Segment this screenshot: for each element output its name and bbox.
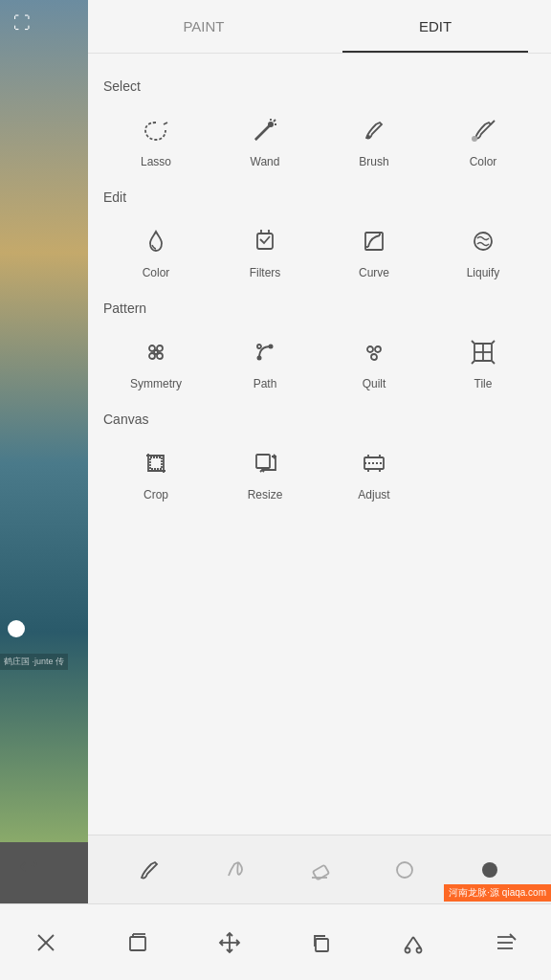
svg-line-57 — [413, 937, 421, 948]
tab-paint[interactable]: PAINT — [88, 0, 320, 53]
resize-label: Resize — [248, 488, 283, 501]
more-nav-icon[interactable] — [481, 919, 529, 967]
tab-edit[interactable]: EDIT — [320, 0, 551, 53]
section-label-pattern: Pattern — [103, 301, 536, 316]
tool-filters[interactable]: Filters — [212, 212, 318, 287]
section-label-canvas: Canvas — [103, 412, 536, 427]
tool-path[interactable]: Path — [212, 323, 318, 398]
tool-wand[interactable]: Wand — [212, 101, 318, 176]
move-nav-icon[interactable] — [206, 919, 253, 967]
tile-label: Tile — [474, 377, 493, 390]
pattern-tools-grid: Symmetry Path — [103, 323, 536, 398]
tool-crop[interactable]: Crop — [103, 434, 209, 509]
curve-icon — [355, 222, 393, 260]
crop-label: Crop — [143, 488, 168, 501]
tool-color-edit[interactable]: Color — [103, 212, 209, 287]
svg-line-8 — [491, 121, 495, 124]
resize-icon — [246, 444, 284, 482]
canvas-background: ⛶ 鹤庄国 ·junte 传 — [0, 0, 88, 842]
cut-nav-icon[interactable] — [389, 919, 437, 967]
tab-bar: PAINT EDIT — [88, 0, 551, 54]
svg-point-26 — [375, 346, 381, 352]
svg-point-27 — [371, 354, 377, 360]
svg-line-34 — [492, 361, 495, 364]
adjust-icon — [355, 444, 393, 482]
quilt-label: Quilt — [363, 377, 386, 390]
svg-point-7 — [366, 135, 370, 139]
symmetry-icon — [137, 333, 175, 371]
eraser-tool-icon[interactable] — [300, 851, 339, 889]
crop-icon — [137, 444, 175, 482]
svg-line-56 — [406, 937, 413, 948]
tool-adjust[interactable]: Adjust — [321, 434, 427, 509]
liquify-icon — [464, 222, 502, 260]
filters-icon — [246, 222, 284, 260]
svg-line-31 — [472, 341, 474, 344]
svg-line-3 — [274, 120, 276, 122]
svg-line-6 — [255, 124, 271, 140]
brush-select-label: Brush — [359, 155, 388, 168]
tile-icon — [464, 333, 502, 371]
undo-button[interactable]: ↩ — [19, 853, 38, 880]
svg-point-47 — [482, 862, 497, 878]
svg-rect-35 — [150, 457, 162, 469]
tool-lasso[interactable]: Lasso — [103, 101, 209, 176]
close-nav-icon[interactable] — [22, 919, 70, 967]
copy-nav-icon[interactable] — [298, 919, 345, 967]
wand-icon — [246, 111, 284, 149]
svg-point-9 — [472, 136, 477, 142]
liquify-label: Liquify — [467, 266, 500, 279]
bottom-navigation — [0, 903, 551, 980]
canvas-watermark: 鹤庄国 ·junte 传 — [0, 654, 68, 670]
dot-tool-icon[interactable] — [471, 851, 509, 889]
fill-tool-icon[interactable] — [215, 851, 253, 889]
symmetry-label: Symmetry — [130, 377, 182, 390]
tool-quilt[interactable]: Quilt — [321, 323, 427, 398]
color-select-label: Color — [470, 155, 497, 168]
path-icon — [246, 333, 284, 371]
edit-tools-grid: Color Filters — [103, 212, 536, 287]
svg-point-58 — [406, 947, 410, 952]
color-edit-label: Color — [143, 266, 170, 279]
tool-symmetry[interactable]: Symmetry — [103, 323, 209, 398]
canvas-tools-grid: Crop Resize — [103, 434, 536, 509]
svg-point-24 — [257, 345, 261, 348]
tool-liquify[interactable]: Liquify — [430, 212, 536, 287]
color-edit-icon — [137, 222, 175, 260]
svg-line-32 — [492, 341, 495, 344]
filters-label: Filters — [250, 266, 281, 279]
brush-select-icon — [355, 111, 393, 149]
tool-curve[interactable]: Curve — [321, 212, 427, 287]
svg-point-21 — [154, 350, 158, 354]
panel-content: Select Lasso — [88, 54, 551, 842]
edit-panel: PAINT EDIT Select Lasso — [88, 0, 551, 842]
adjust-label: Adjust — [358, 488, 389, 501]
tool-tile[interactable]: Tile — [430, 323, 536, 398]
quilt-icon — [355, 333, 393, 371]
tool-resize[interactable]: Resize — [212, 434, 318, 509]
path-label: Path — [253, 377, 277, 390]
svg-line-33 — [472, 361, 474, 364]
circle-tool-icon[interactable] — [386, 851, 424, 889]
curve-label: Curve — [359, 266, 389, 279]
lasso-icon — [137, 111, 175, 149]
site-watermark: 河南龙脉·源 qiaqa.com — [444, 884, 551, 902]
brush-tool-icon[interactable] — [130, 851, 168, 889]
svg-rect-50 — [130, 937, 145, 950]
svg-rect-36 — [256, 455, 270, 468]
section-label-edit: Edit — [103, 189, 536, 205]
brush-indicator — [8, 620, 25, 637]
lasso-label: Lasso — [141, 155, 171, 168]
layer-nav-icon[interactable] — [114, 919, 162, 967]
svg-point-59 — [417, 947, 422, 952]
svg-rect-55 — [316, 939, 328, 951]
expand-icon: ⛶ — [13, 13, 31, 33]
svg-point-16 — [474, 233, 492, 250]
svg-point-25 — [367, 346, 373, 352]
tool-brush-select[interactable]: Brush — [321, 101, 427, 176]
color-select-icon — [464, 111, 502, 149]
tool-color-select[interactable]: Color — [430, 101, 536, 176]
section-label-select: Select — [103, 78, 536, 94]
select-tools-grid: Lasso Wand — [103, 101, 536, 176]
wand-label: Wand — [251, 155, 280, 168]
